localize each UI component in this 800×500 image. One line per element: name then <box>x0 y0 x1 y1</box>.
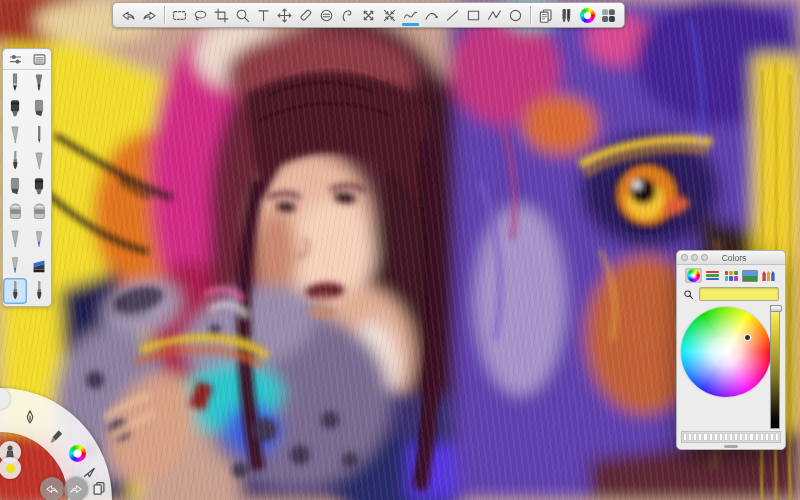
app-window: Colors <box>0 0 800 500</box>
radial-pen-tool[interactable] <box>22 409 38 425</box>
mode-color-wheel[interactable] <box>685 268 702 283</box>
mode-image[interactable] <box>741 268 758 283</box>
brush-preset-cone[interactable] <box>3 226 27 252</box>
close-button[interactable] <box>681 254 688 261</box>
zoom-tool[interactable] <box>232 3 253 27</box>
brush-preset-cone[interactable] <box>3 122 27 148</box>
mode-crayons[interactable] <box>760 268 777 283</box>
swatch-cell[interactable] <box>734 433 738 441</box>
swatch-cell[interactable] <box>724 433 728 441</box>
curve-icon <box>402 7 419 24</box>
radial-pages-tool[interactable] <box>91 480 107 496</box>
brightness-knob[interactable] <box>770 305 782 312</box>
swatch-cell[interactable] <box>770 433 774 441</box>
swatch-cell[interactable] <box>729 433 733 441</box>
text-tool[interactable] <box>253 3 274 27</box>
curve-tool[interactable] <box>400 3 421 27</box>
swatch-cell[interactable] <box>703 433 707 441</box>
swatch-cell[interactable] <box>714 433 718 441</box>
active-color-button[interactable] <box>0 457 21 479</box>
bezier-tool[interactable] <box>421 3 442 27</box>
clipboard-button[interactable] <box>535 3 556 27</box>
transform-contract-tool[interactable] <box>379 3 400 27</box>
image-icon <box>742 270 758 282</box>
tone-tool[interactable] <box>316 3 337 27</box>
undo-button[interactable] <box>118 3 139 27</box>
colors-panel-titlebar[interactable]: Colors <box>677 251 785 265</box>
rectangle-tool[interactable] <box>463 3 484 27</box>
loupe-icon[interactable] <box>683 289 694 300</box>
current-color-well[interactable] <box>699 287 779 301</box>
swatch-cell[interactable] <box>719 433 723 441</box>
workspace-grid-button[interactable] <box>598 3 619 27</box>
swatch-cell[interactable] <box>688 433 692 441</box>
brushes-button[interactable] <box>556 3 577 27</box>
paintbrush-icon <box>48 429 64 445</box>
redo-button[interactable] <box>139 3 160 27</box>
color-wheel-button[interactable] <box>577 3 598 27</box>
swatch-cell[interactable] <box>765 433 769 441</box>
eraser-tool[interactable] <box>295 3 316 27</box>
brush-preset-small[interactable] <box>27 278 51 304</box>
preset-list-icon[interactable] <box>32 52 47 67</box>
swatch-row[interactable] <box>681 431 781 443</box>
brush-settings-icon[interactable] <box>8 52 23 67</box>
brush-preset-pencil[interactable] <box>3 70 27 96</box>
swatch-cell[interactable] <box>749 433 753 441</box>
swatch-cell[interactable] <box>760 433 764 441</box>
ellipse-tool[interactable] <box>505 3 526 27</box>
brush-preset-wedge-blue[interactable] <box>27 252 51 278</box>
polyline-icon <box>486 7 503 24</box>
swatch-cell[interactable] <box>693 433 697 441</box>
brush-preset-chisel[interactable] <box>3 174 27 200</box>
magnifier-icon <box>234 7 251 24</box>
smudge-tool[interactable] <box>337 3 358 27</box>
polyline-tool[interactable] <box>484 3 505 27</box>
color-wheel-area <box>677 303 785 431</box>
radial-color-wheel[interactable] <box>69 445 86 462</box>
color-wheel-icon <box>580 8 595 23</box>
transform-expand-tool[interactable] <box>358 3 379 27</box>
radial-cursor-tool[interactable] <box>81 463 97 479</box>
brush-preset-cone[interactable] <box>27 148 51 174</box>
brush-preset-liner[interactable] <box>27 122 51 148</box>
swatch-cell[interactable] <box>709 433 713 441</box>
brush-preset-airbrush[interactable] <box>27 70 51 96</box>
crop-tool[interactable] <box>211 3 232 27</box>
line-tool[interactable] <box>442 3 463 27</box>
mode-sliders[interactable] <box>704 268 721 283</box>
brush-preset-paint-can[interactable] <box>3 200 27 226</box>
mode-palettes[interactable] <box>723 268 740 283</box>
brush-preset-chisel[interactable] <box>27 96 51 122</box>
undo-icon <box>120 7 137 24</box>
radial-undo-button[interactable] <box>40 477 64 500</box>
brush-preset-cone-blue[interactable] <box>27 226 51 252</box>
swatch-cell[interactable] <box>744 433 748 441</box>
brush-preset-cone-blue[interactable] <box>3 252 27 278</box>
rect-select-tool[interactable] <box>169 3 190 27</box>
color-selection-dot[interactable] <box>745 335 750 340</box>
swatch-cell[interactable] <box>683 433 687 441</box>
swatch-drawer-handle[interactable] <box>724 445 738 448</box>
lasso-tool[interactable] <box>190 3 211 27</box>
toolbar-separator <box>164 6 165 24</box>
move-tool[interactable] <box>274 3 295 27</box>
zoom-button[interactable] <box>701 254 708 261</box>
rectangle-icon <box>465 7 482 24</box>
crop-icon <box>213 7 230 24</box>
swatch-cell[interactable] <box>739 433 743 441</box>
minimize-button[interactable] <box>691 254 698 261</box>
radial-redo-button[interactable] <box>64 477 88 500</box>
brush-preset-small[interactable] <box>3 148 27 174</box>
swatch-cell[interactable] <box>698 433 702 441</box>
swatch-cell[interactable] <box>775 433 779 441</box>
brush-preset-small-selected[interactable] <box>3 278 27 304</box>
swatch-cell[interactable] <box>755 433 759 441</box>
brush-preset-marker-big[interactable] <box>3 96 27 122</box>
brush-preset-paint-can[interactable] <box>27 200 51 226</box>
sliders-icon <box>706 270 719 281</box>
hsb-color-wheel[interactable] <box>681 307 771 397</box>
radial-brush-tool[interactable] <box>48 429 64 445</box>
brightness-slider[interactable] <box>770 305 780 429</box>
brush-preset-marker-big[interactable] <box>27 174 51 200</box>
